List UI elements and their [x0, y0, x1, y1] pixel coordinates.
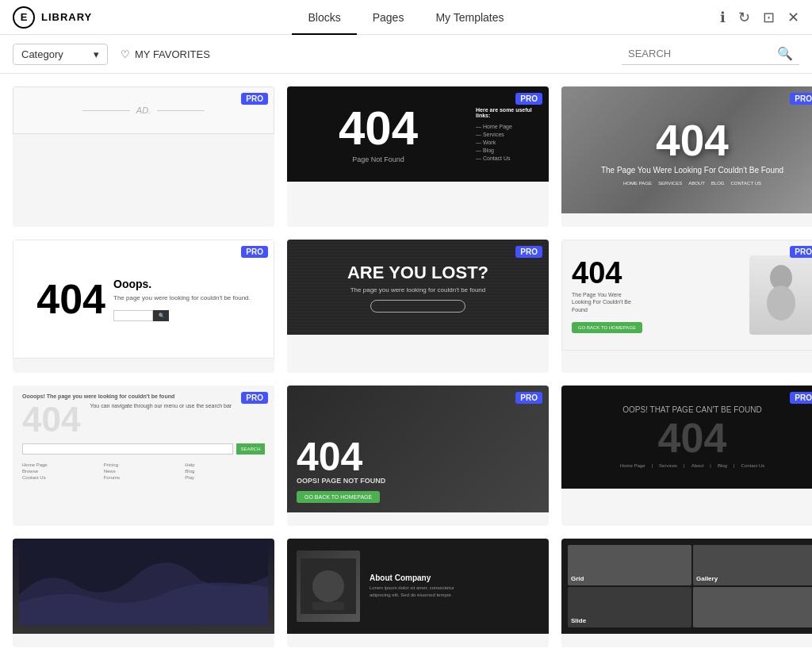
header-actions: ℹ ↻ ⊡ ✕ — [688, 9, 799, 26]
nav-bar: HOME PAGE SERVICES ABOUT BLOG CONTACT US — [623, 181, 761, 186]
gallery-cell-2: Gallery — [693, 545, 812, 585]
dark-oops-title: OOPS! THAT PAGE CAN'T BE FOUND — [622, 405, 761, 414]
link-work: — Work — [476, 140, 542, 145]
heart-icon: ♡ — [121, 48, 130, 60]
four-o-four-number: 404 — [36, 278, 105, 320]
baby-image — [749, 255, 812, 335]
four-o-four-number: 404 — [339, 105, 418, 152]
template-card-baby-404[interactable]: PRO 404 The Page You Were Looking For Co… — [561, 240, 812, 372]
card-visual: OOPS! THAT PAGE CAN'T BE FOUND 404 Home … — [561, 386, 812, 489]
nav-home-dark: Home Page — [620, 463, 645, 468]
link-blog: — Blog — [476, 148, 542, 153]
card-visual: 404 The Page You Were Looking For Couldn… — [561, 86, 812, 213]
four-o-four-number: 404 — [658, 417, 727, 458]
link-contact2: Contact Us — [22, 475, 102, 480]
about-text: About Company Lorem ipsum dolor sit amet… — [370, 574, 473, 599]
svg-point-4 — [312, 570, 344, 602]
link-news: News — [104, 469, 184, 474]
table-links: Home Page Pricing Help Browse News Blog … — [22, 462, 265, 480]
nav-about-dark: About — [691, 463, 704, 468]
save-icon[interactable]: ⊡ — [763, 9, 775, 26]
search-area: 🔍 — [622, 43, 799, 65]
table-right-text: You can navigate through our menu or use… — [90, 402, 232, 410]
card-left: 404 Page Not Found — [287, 86, 469, 182]
man-subtitle: OOPS! PAGE NOT FOUND — [297, 477, 385, 485]
gallery-label: Grid — [571, 575, 584, 582]
pro-badge: PRO — [790, 392, 812, 404]
template-card-lost[interactable]: PRO ARE YOU LOST? The page you were look… — [287, 240, 549, 372]
search-icon[interactable]: 🔍 — [777, 46, 793, 61]
toolbar: Category ▾ ♡ MY FAVORITES 🔍 — [0, 35, 812, 74]
table-search-row: SEARCH — [22, 443, 265, 455]
chevron-down-icon: ▾ — [94, 48, 99, 60]
table-search-btn: SEARCH — [236, 443, 265, 455]
ooops-content: Ooops. The page you were looking for cou… — [113, 278, 251, 321]
template-card-404-black[interactable]: PRO 404 Page Not Found Here are some use… — [287, 86, 549, 227]
page-not-found-text: Page Not Found — [352, 155, 404, 163]
info-icon[interactable]: ℹ — [720, 9, 726, 26]
tab-blocks[interactable]: Blocks — [292, 0, 356, 35]
template-card-about[interactable]: About Company Lorem ipsum dolor sit amet… — [287, 539, 549, 647]
about-title: About Company — [370, 574, 473, 582]
lost-subtitle: The page you were looking for couldn't b… — [350, 286, 486, 293]
card-visual: 404 The Page You Were Looking For Couldn… — [561, 240, 812, 351]
gallery-cell-3: Slide — [568, 587, 691, 627]
logo-text: LIBRARY — [41, 11, 92, 23]
nav-sep1: | — [652, 463, 653, 468]
category-dropdown[interactable]: Category ▾ — [13, 44, 108, 65]
link-play: Play — [185, 475, 265, 480]
header: E LIBRARY Blocks Pages My Templates ℹ ↻ … — [0, 0, 812, 35]
photo-subtitle: The Page You Were Looking For Couldn't B… — [601, 166, 783, 175]
ooops-input — [113, 310, 153, 321]
pro-badge: PRO — [515, 392, 542, 404]
nav-sep3: | — [710, 463, 711, 468]
dark-nav: Home Page | Services | About | Blog | Co… — [620, 463, 764, 468]
nav-home: HOME PAGE — [623, 181, 652, 186]
ad-text: AD. — [136, 105, 151, 115]
ooops-search-btn: 🔍 — [153, 310, 169, 321]
nav-contact: CONTACT US — [731, 181, 761, 186]
four-o-four-number: 404 — [22, 402, 80, 437]
nav-about: ABOUT — [688, 181, 705, 186]
link-home: — Home Page — [476, 124, 542, 129]
card-visual: 404 Page Not Found Here are some useful … — [287, 86, 549, 182]
refresh-icon[interactable]: ↻ — [738, 9, 750, 26]
table-top: 404 You can navigate through our menu or… — [22, 402, 265, 437]
template-card-photo-404[interactable]: PRO 404 The Page You Were Looking For Co… — [561, 86, 812, 227]
table-oops-title: Oooops! The page you were looking for co… — [22, 393, 265, 399]
landscape-svg — [19, 539, 268, 627]
tab-my-templates[interactable]: My Templates — [419, 0, 519, 35]
logo-icon: E — [13, 6, 35, 29]
template-card-404-ooops[interactable]: PRO 404 Ooops. The page you were looking… — [13, 240, 274, 372]
link-browse: Browse — [22, 469, 102, 474]
close-icon[interactable]: ✕ — [787, 9, 799, 26]
template-card-gallery[interactable]: Grid Gallery Slide — [561, 539, 812, 647]
template-card-ad[interactable]: PRO AD. — [13, 86, 274, 227]
nav-blog: BLOG — [711, 181, 725, 186]
link-pricing: Pricing — [104, 462, 184, 467]
tab-pages[interactable]: Pages — [357, 0, 420, 35]
ooops-subtitle: The page you were looking for couldn't b… — [113, 293, 251, 302]
link-jobs: Blog — [185, 469, 265, 474]
card-visual: 404 OOPS! PAGE NOT FOUND GO BACK TO HOME… — [287, 386, 549, 512]
template-card-dark-oops[interactable]: PRO OOPS! THAT PAGE CAN'T BE FOUND 404 H… — [561, 386, 812, 526]
about-svg — [301, 558, 356, 614]
card-visual: 404 Ooops. The page you were looking for… — [13, 240, 274, 359]
card-visual — [13, 539, 274, 634]
ooops-title: Ooops. — [113, 278, 251, 290]
pro-badge: PRO — [241, 246, 268, 258]
favorites-button[interactable]: ♡ MY FAVORITES — [121, 48, 210, 60]
template-card-dark-landscape[interactable] — [13, 539, 274, 647]
template-card-man-404[interactable]: PRO 404 OOPS! PAGE NOT FOUND GO BACK TO … — [287, 386, 549, 526]
link-services: — Services — [476, 132, 542, 137]
nav-contact-dark: Contact Us — [741, 463, 764, 468]
ooops-search: 🔍 — [113, 310, 251, 321]
logo-area: E LIBRARY — [13, 6, 124, 29]
card-visual: About Company Lorem ipsum dolor sit amet… — [287, 539, 549, 634]
search-input[interactable] — [628, 48, 771, 59]
link-help: Help — [185, 462, 265, 467]
gallery-cell-1: Grid — [568, 545, 691, 585]
template-card-404-table[interactable]: PRO Oooops! The page you were looking fo… — [13, 386, 274, 526]
nav-blog-dark: Blog — [718, 463, 727, 468]
four-o-four-number: 404 — [656, 115, 729, 166]
